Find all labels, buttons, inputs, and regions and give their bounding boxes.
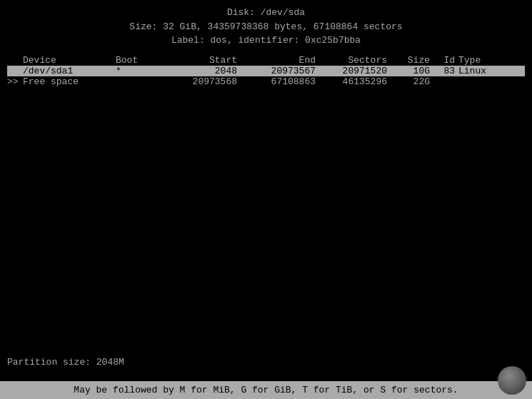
row2-boot (116, 76, 166, 87)
row2-prefix: >> (7, 76, 23, 87)
partition-table: Device Boot Start End Sectors Size Id Ty… (0, 55, 532, 87)
col-header-id: Id (437, 55, 458, 66)
partition-size: Partition size: 2048M (0, 354, 131, 370)
row2-type (458, 76, 516, 87)
row1-boot: * (116, 66, 166, 76)
row2-end: 67108863 (244, 76, 323, 87)
table-row[interactable]: >> Free space 20973568 67108863 46135296… (7, 76, 525, 87)
row2-size: 22G (394, 76, 437, 87)
table-row[interactable]: /dev/sda1 * 2048 20973567 20971520 10G 8… (7, 66, 525, 76)
disk-title: Disk: /dev/sda (0, 6, 532, 20)
row2-device: Free space (23, 76, 116, 87)
table-header-row: Device Boot Start End Sectors Size Id Ty… (7, 55, 525, 66)
col-header-size: Size (394, 55, 437, 66)
row2-start: 20973568 (166, 76, 244, 87)
disk-size: Size: 32 GiB, 34359738368 bytes, 6710886… (0, 20, 532, 34)
row1-id: 83 (437, 66, 458, 76)
row2-sectors: 46135296 (323, 76, 394, 87)
row1-start: 2048 (166, 66, 244, 76)
row2-id (437, 76, 458, 87)
accessibility-icon (498, 366, 526, 395)
disk-header: Disk: /dev/sda Size: 32 GiB, 34359738368… (0, 0, 532, 48)
row1-end: 20973567 (244, 66, 323, 76)
col-header-type: Type (458, 55, 516, 66)
col-header-boot: Boot (116, 55, 166, 66)
row1-device: /dev/sda1 (23, 66, 116, 76)
row1-size: 10G (394, 66, 437, 76)
row1-prefix (7, 66, 23, 76)
row1-type: Linux (458, 66, 516, 76)
help-text-bar: May be followed by M for MiB, G for GiB,… (0, 381, 532, 399)
row1-sectors: 20971520 (323, 66, 394, 76)
col-header-end: End (244, 55, 323, 66)
col-header-sectors: Sectors (323, 55, 394, 66)
disk-label: Label: dos, identifier: 0xc25b7bba (0, 34, 532, 48)
prefix-header (7, 55, 23, 66)
col-header-start: Start (166, 55, 244, 66)
col-header-device: Device (23, 55, 116, 66)
screen: Disk: /dev/sda Size: 32 GiB, 34359738368… (0, 0, 532, 399)
